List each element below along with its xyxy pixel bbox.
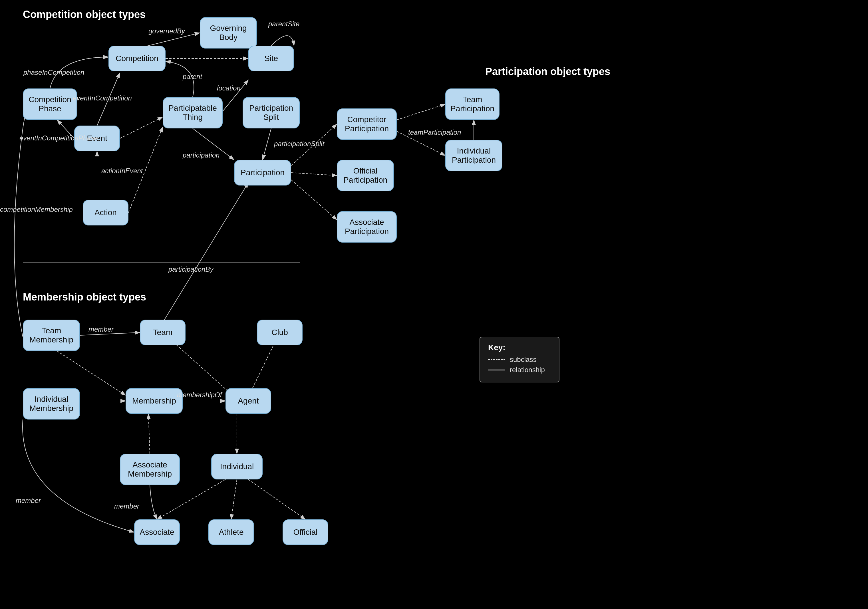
event-in-competition-phase-label: eventInCompetitionPhase: [19, 134, 98, 142]
action-node: Action: [83, 200, 129, 225]
key-relationship-label: relationship: [510, 366, 545, 374]
svg-line-23: [149, 414, 150, 454]
key-box: Key: subclass relationship: [479, 337, 560, 383]
action-in-event-label: actionInEvent: [101, 167, 143, 175]
participation-split-node: ParticipationSplit: [243, 97, 300, 129]
dashed-line-sample: [488, 359, 505, 360]
parent-label: parent: [183, 73, 202, 81]
individual-membership-node: IndividualMembership: [23, 388, 80, 420]
key-subclass-line: subclass: [488, 356, 551, 364]
site-node: Site: [248, 46, 294, 71]
member-team-label: member: [88, 325, 113, 333]
participatable-thing-node: ParticipatableThing: [163, 97, 223, 129]
svg-line-30: [231, 479, 237, 519]
svg-line-10: [120, 117, 163, 138]
participation-split-label: participationSplit: [274, 140, 324, 148]
competition-node: Competition: [108, 46, 166, 71]
membership-node: Membership: [126, 388, 183, 414]
member-individual-label: member: [16, 497, 41, 505]
official-participation-node: OfficialParticipation: [337, 160, 394, 191]
athlete-node: Athlete: [208, 519, 254, 545]
team-participation-label: teamParticipation: [408, 129, 461, 136]
key-subclass-label: subclass: [510, 356, 536, 364]
membership-of-label: membershipOf: [177, 391, 222, 399]
membership-section-title: Membership object types: [23, 291, 146, 303]
participation-by-label: participationBy: [168, 265, 213, 273]
governed-by-label: governedBy: [149, 27, 185, 35]
key-relationship-line: relationship: [488, 366, 551, 374]
participation-label: participation: [183, 151, 220, 159]
agent-node: Agent: [225, 388, 271, 414]
solid-line-sample: [488, 370, 505, 370]
competition-section-title: Competition object types: [23, 9, 146, 20]
competition-membership-label: competitionMembership: [0, 206, 73, 214]
participation-node: Participation: [234, 160, 291, 186]
key-title: Key:: [488, 343, 551, 352]
associate-membership-node: AssociateMembership: [120, 454, 180, 485]
phase-in-competition-label: phaseInCompetition: [23, 68, 84, 76]
diagram: Competition object types Membership obje…: [0, 0, 868, 609]
governing-body-node: GoverningBody: [200, 17, 257, 48]
team-node: Team: [140, 320, 186, 345]
competition-phase-node: CompetitionPhase: [23, 88, 77, 120]
club-node: Club: [257, 320, 302, 345]
member-associate-label: member: [114, 502, 139, 510]
associate-participation-node: AssociateParticipation: [337, 211, 397, 243]
svg-line-15: [291, 173, 337, 175]
individual-node: Individual: [211, 454, 263, 479]
competitor-participation-node: CompetitorParticipation: [337, 108, 397, 140]
parent-site-label: parentSite: [268, 20, 299, 28]
individual-participation-node: IndividualParticipation: [445, 140, 502, 171]
associate-node: Associate: [134, 519, 180, 545]
team-participation-node: TeamParticipation: [445, 88, 499, 120]
svg-line-16: [291, 180, 337, 220]
location-label: location: [217, 84, 240, 92]
svg-line-29: [157, 479, 225, 519]
svg-line-17: [397, 104, 445, 120]
event-in-competition-label: eventInCompetition: [73, 94, 132, 102]
participation-section-title: Participation object types: [485, 66, 610, 77]
svg-line-31: [248, 479, 305, 519]
svg-line-28: [163, 183, 248, 322]
official-node: Official: [282, 519, 328, 545]
svg-line-13: [263, 129, 271, 160]
team-membership-node: TeamMembership: [23, 320, 80, 351]
